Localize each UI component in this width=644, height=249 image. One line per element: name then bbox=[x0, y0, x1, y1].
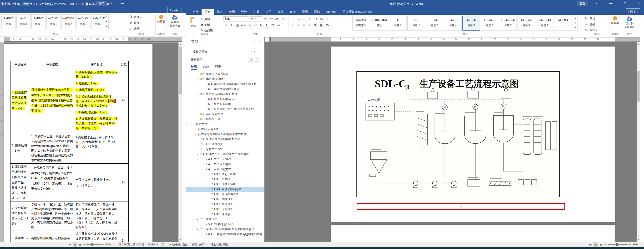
borders-icon[interactable]: ⊞▾ bbox=[325, 23, 330, 28]
font-name-combo[interactable]: 宋体 ▾ bbox=[223, 17, 249, 22]
change-case-icon[interactable]: Aa▾ bbox=[275, 17, 280, 21]
previous-result-button[interactable]: ▲ bbox=[249, 57, 254, 62]
subscript-icon[interactable]: x₂ bbox=[247, 23, 252, 28]
zoom-in-icon[interactable]: + bbox=[102, 242, 104, 247]
print-layout-icon[interactable]: ▥ bbox=[73, 242, 78, 247]
style-chip[interactable]: 1.1.1.1.1. 标题 6 bbox=[481, 16, 498, 31]
spellcheck-icon[interactable]: ✓ bbox=[207, 242, 209, 247]
style-chip[interactable]: AaBbC( 四号宋体 bbox=[352, 16, 370, 31]
ribbon-tab[interactable]: 绘图 bbox=[226, 9, 238, 15]
nav-tree-item[interactable]: ▸2. 技术评分标准的全部投标响应文件依次… bbox=[186, 132, 264, 137]
expand-arrow-icon[interactable]: ▸ bbox=[201, 167, 205, 171]
multilevel-list-icon[interactable]: ≣▾ bbox=[302, 17, 306, 21]
right-ribbon-options-icon[interactable]: ▴ bbox=[592, 1, 601, 6]
clear-format-icon[interactable]: A bbox=[281, 17, 286, 21]
ribbon-tab[interactable]: 审阅 bbox=[286, 9, 299, 15]
style-chip[interactable]: 1.1.1.1.1.1. 标题 7 bbox=[499, 16, 517, 31]
zoom-slider-thumb[interactable] bbox=[92, 243, 93, 246]
line-spacing-icon[interactable]: ⇅▾ bbox=[313, 23, 318, 28]
sort-icon[interactable]: A↓ bbox=[319, 17, 324, 21]
style-chip[interactable]: 1.1. 标题 2 bbox=[408, 16, 425, 31]
style-chip[interactable]: AaBbCcI 标题 3 bbox=[46, 14, 61, 29]
expand-arrow-icon[interactable]: ▸ bbox=[195, 217, 200, 221]
zoom-percent-left[interactable]: 90% bbox=[105, 242, 111, 247]
ribbon-tab[interactable]: 视图 bbox=[299, 9, 311, 15]
left-page[interactable]: 评价项目 评价依据 评价标准 分值 4. 提供生产工艺流程及生产设备清单（7分）… bbox=[4, 44, 152, 241]
nav-tree-item[interactable]: ▸2.5.1. “专精特新”企业 bbox=[186, 222, 264, 227]
style-chip[interactable]: 1. 标题 1 bbox=[389, 16, 407, 31]
nav-tab[interactable]: 标题 bbox=[191, 64, 197, 70]
align-center-icon[interactable]: ≡ bbox=[296, 23, 300, 28]
left-addins-button[interactable]: 加载项 加载项 bbox=[156, 14, 166, 36]
nav-tree-item[interactable]: ▸8.7. 其它偏离评价 bbox=[186, 112, 264, 117]
grow-font-icon[interactable]: A˄ bbox=[263, 17, 268, 21]
replace-button[interactable]: ab 替换 bbox=[584, 22, 608, 27]
zoom-out-icon[interactable]: − bbox=[84, 242, 85, 247]
left-document-canvas[interactable]: 评价项目 评价依据 评价标准 分值 4. 提供生产工艺流程及生产设备清单（7分）… bbox=[4, 43, 182, 241]
nav-tree-item[interactable]: ▸8.5. 库房及送货时长 bbox=[186, 77, 264, 82]
justify-icon[interactable]: ≡ bbox=[307, 23, 312, 28]
right-vertical-scrollbar[interactable]: ▲ ▼ bbox=[636, 42, 640, 241]
right-document-canvas[interactable]: SDL-C₃ 生产设备工艺流程示意图 电控装置 bbox=[264, 42, 640, 241]
expand-arrow-icon[interactable]: ▸ bbox=[186, 122, 189, 126]
style-chip[interactable]: 1.1.1.1. 标题 4 bbox=[444, 16, 462, 31]
read-mode-icon[interactable]: ▤ bbox=[588, 242, 593, 247]
find-button[interactable]: 查找 ▾ bbox=[129, 14, 155, 20]
print-layout-icon[interactable]: ▥ bbox=[593, 242, 598, 247]
nav-tree-item[interactable]: ▸2.4.3.4. 自动化控制系统 bbox=[186, 187, 264, 192]
nav-tree-item[interactable]: ▸1. 技术响应/偏差表 bbox=[186, 127, 264, 132]
phonetic-guide-icon[interactable]: 拼 bbox=[270, 23, 275, 28]
ribbon-tab[interactable]: 帮助 bbox=[311, 9, 323, 15]
cut-button[interactable]: ✂剪切 bbox=[200, 16, 213, 22]
nav-tree-item[interactable]: ▸2.3. 绿色生产企业 bbox=[186, 147, 264, 152]
align-right-icon[interactable]: ≡ bbox=[302, 23, 306, 28]
left-titlebar[interactable]: 制剂集中采购（定商定价）项目招标文件-ZY26-Z308-JC012 [兼容模式… bbox=[0, 0, 186, 13]
nav-tab[interactable]: 结果 bbox=[215, 64, 221, 70]
web-layout-icon[interactable]: ▦ bbox=[78, 242, 83, 247]
style-chip[interactable]: AaBb 标题 1 bbox=[16, 14, 31, 29]
right-addins-button[interactable]: 加载项 加载项 bbox=[610, 16, 620, 36]
left-ribbon-options-icon[interactable]: ▴ bbox=[108, 1, 116, 6]
highlight-color-icon[interactable]: A▾ bbox=[259, 23, 264, 28]
right-baidu-save-button[interactable]: 保存到 百度网盘 保存 bbox=[622, 16, 637, 36]
right-share-button[interactable]: ↑ 共享 ▾ bbox=[626, 8, 640, 14]
left-minimize-icon[interactable]: — bbox=[118, 1, 126, 6]
clear-search-icon[interactable]: × bbox=[254, 50, 255, 53]
style-chip[interactable]: AaBbCcDd 正文 bbox=[371, 16, 388, 31]
nav-tree-item[interactable]: ▸8.5.2. 库房及送货时长承诺 bbox=[186, 87, 264, 92]
nav-tree-item[interactable]: ▸2.4.3. 设备证明文件 bbox=[186, 167, 264, 172]
word-count[interactable]: 8/11048 个字 bbox=[148, 242, 164, 247]
evaluation-table[interactable]: 评价项目 评价依据 评价标准 分值 4. 提供生产工艺流程及生产设备清单（7分）… bbox=[10, 61, 129, 241]
next-result-button[interactable]: ▼ bbox=[255, 57, 260, 62]
paste-button[interactable]: 粘贴 bbox=[188, 16, 198, 28]
expand-arrow-icon[interactable]: ▸ bbox=[190, 132, 194, 136]
superscript-icon[interactable]: x² bbox=[253, 23, 258, 28]
select-button[interactable]: ▷ 选择 ▾ bbox=[129, 26, 155, 32]
character-border-icon[interactable]: 字 bbox=[276, 23, 281, 28]
zoom-slider-thumb[interactable] bbox=[616, 243, 618, 246]
nav-tree-item[interactable]: ▸二、 技术文件 bbox=[186, 122, 264, 127]
nav-tree-item[interactable]: ▸8.6.2. 售后服务机构 bbox=[186, 102, 264, 107]
style-chip[interactable]: 1.1.1. 标题 3 bbox=[426, 16, 444, 31]
style-chip[interactable]: AaBbCcl 标题 5 bbox=[76, 14, 91, 29]
copy-button[interactable]: ⧉复制 bbox=[200, 22, 213, 28]
nav-tree-item[interactable]: ▸2.4.3.8. 冷却设备 bbox=[186, 207, 264, 212]
nav-tree-item[interactable]: ▸2.2. 厂区环境保护 bbox=[186, 142, 264, 147]
style-chip[interactable]: AaBbCcD 标题 6 bbox=[92, 14, 106, 29]
nav-tree-item[interactable]: ▸2.4.3.7. 加热设备 bbox=[186, 202, 264, 207]
underline-icon[interactable]: U▾ bbox=[235, 23, 240, 28]
ribbon-tab[interactable]: 邮件 bbox=[274, 9, 286, 15]
nav-options-icon[interactable]: ▾ bbox=[253, 40, 255, 43]
increase-indent-icon[interactable]: ⇥ bbox=[313, 17, 318, 21]
shading-icon[interactable]: ▦▾ bbox=[319, 23, 324, 28]
right-minimize-icon[interactable]: — bbox=[607, 1, 615, 6]
style-chip[interactable]: 1.1.1.1.1.: 标题 9 bbox=[536, 16, 554, 31]
style-chip[interactable]: AaBbC( bbox=[554, 16, 572, 31]
decrease-indent-icon[interactable]: ⇤ bbox=[307, 17, 312, 21]
left-baidu-save-button[interactable]: 保存到 百度网盘 保存 bbox=[168, 14, 182, 36]
nav-search-box[interactable]: × ▾ bbox=[191, 49, 261, 55]
expand-arrow-icon[interactable]: ▸ bbox=[195, 92, 200, 96]
ribbon-tab[interactable]: Acrobat bbox=[323, 9, 340, 15]
right-horizontal-ruler[interactable]: 24681012141618202224262830323436384042 L bbox=[264, 37, 640, 42]
bullets-icon[interactable]: ≔▾ bbox=[290, 17, 295, 21]
